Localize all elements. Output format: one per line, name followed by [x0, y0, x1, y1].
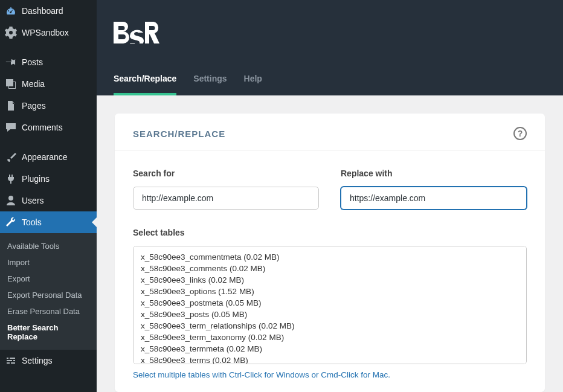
submenu-export-personal-data[interactable]: Export Personal Data [0, 287, 97, 303]
sidebar-item-appearance[interactable]: Appearance [0, 146, 97, 168]
sidebar-item-pages[interactable]: Pages [0, 95, 97, 117]
fields-row: Search for Replace with [133, 169, 527, 210]
table-option[interactable]: x_58c90ee3_terms (0.02 MB) [141, 355, 519, 364]
admin-sidebar: Dashboard WPSandbox Posts Media Pages Co… [0, 0, 97, 392]
sidebar-item-dashboard[interactable]: Dashboard [0, 0, 97, 22]
media-icon [5, 78, 17, 90]
sidebar-item-label: Media [22, 79, 45, 89]
sidebar-item-users[interactable]: Users [0, 190, 97, 211]
sidebar-item-label: Comments [22, 123, 63, 132]
tables-hint: Select multiple tables with Ctrl-Click f… [133, 370, 527, 379]
replace-with-label: Replace with [341, 169, 527, 178]
table-option[interactable]: x_58c90ee3_term_taxonomy (0.02 MB) [141, 332, 519, 343]
sidebar-item-label: Tools [22, 217, 42, 227]
submenu-export[interactable]: Export [0, 271, 97, 287]
tabs-bar: Search/Replace Settings Help [97, 65, 563, 95]
table-option[interactable]: x_58c90ee3_postmeta (0.05 MB) [141, 297, 519, 309]
dashboard-icon [5, 5, 17, 17]
submenu-erase-personal-data[interactable]: Erase Personal Data [0, 303, 97, 320]
user-icon [5, 194, 17, 207]
bsr-logo [114, 22, 159, 43]
menu-separator [0, 141, 97, 144]
comment-icon [5, 121, 17, 133]
sidebar-item-tools[interactable]: Tools [0, 211, 97, 233]
sidebar-item-label: Users [22, 196, 44, 205]
table-option[interactable]: x_58c90ee3_termmeta (0.02 MB) [141, 343, 519, 355]
sidebar-item-label: Plugins [22, 174, 50, 184]
plug-icon [5, 173, 17, 185]
select-tables-label: Select tables [133, 228, 527, 237]
sidebar-item-wpsandbox[interactable]: WPSandbox [0, 22, 97, 43]
sidebar-item-label: Dashboard [22, 6, 63, 16]
tools-submenu: Available Tools Import Export Export Per… [0, 233, 97, 350]
sidebar-item-media[interactable]: Media [0, 73, 97, 95]
content-wrap: SEARCH/REPLACE ? Search for Replace with… [97, 95, 563, 392]
sidebar-item-posts[interactable]: Posts [0, 51, 97, 73]
panel-body: Search for Replace with Select tables x_… [115, 150, 545, 392]
table-option[interactable]: x_58c90ee3_commentmeta (0.02 MB) [141, 251, 519, 263]
sliders-icon [5, 355, 17, 367]
panel-header: SEARCH/REPLACE ? [115, 114, 545, 150]
tables-select[interactable]: x_58c90ee3_commentmeta (0.02 MB)x_58c90e… [134, 246, 526, 364]
sidebar-item-settings[interactable]: Settings [0, 350, 97, 371]
sidebar-item-label: Appearance [22, 152, 68, 162]
sidebar-item-comments[interactable]: Comments [0, 117, 97, 138]
gear-icon [5, 27, 17, 39]
sidebar-item-label: WPSandbox [22, 28, 69, 37]
menu-separator [0, 46, 97, 49]
table-option[interactable]: x_58c90ee3_links (0.02 MB) [141, 274, 519, 286]
brush-icon [5, 151, 17, 163]
replace-with-input[interactable] [341, 187, 527, 210]
tab-search-replace[interactable]: Search/Replace [114, 65, 176, 95]
brand-bar [97, 0, 563, 65]
search-for-input[interactable] [133, 187, 319, 210]
search-replace-panel: SEARCH/REPLACE ? Search for Replace with… [115, 114, 545, 392]
submenu-import[interactable]: Import [0, 254, 97, 271]
table-option[interactable]: x_58c90ee3_term_relationships (0.02 MB) [141, 320, 519, 332]
replace-with-field: Replace with [341, 169, 527, 210]
submenu-better-search-replace[interactable]: Better Search Replace [0, 320, 97, 345]
tab-help[interactable]: Help [244, 65, 262, 95]
tables-box-wrap: x_58c90ee3_commentmeta (0.02 MB)x_58c90e… [133, 246, 527, 364]
search-for-field: Search for [133, 169, 319, 210]
sidebar-item-label: Posts [22, 57, 43, 67]
submenu-available-tools[interactable]: Available Tools [0, 238, 97, 254]
sidebar-item-label: Settings [22, 356, 53, 365]
main-content: Search/Replace Settings Help SEARCH/REPL… [97, 0, 563, 392]
help-icon[interactable]: ? [513, 127, 527, 140]
sidebar-item-label: Pages [22, 101, 46, 111]
panel-title: SEARCH/REPLACE [133, 129, 225, 139]
pages-icon [5, 100, 17, 112]
table-option[interactable]: x_58c90ee3_options (1.52 MB) [141, 286, 519, 297]
tab-settings[interactable]: Settings [193, 65, 227, 95]
table-option[interactable]: x_58c90ee3_comments (0.02 MB) [141, 263, 519, 274]
pin-icon [5, 56, 17, 68]
sidebar-item-plugins[interactable]: Plugins [0, 168, 97, 190]
table-option[interactable]: x_58c90ee3_posts (0.05 MB) [141, 309, 519, 320]
wrench-icon [5, 216, 17, 228]
search-for-label: Search for [133, 169, 319, 178]
